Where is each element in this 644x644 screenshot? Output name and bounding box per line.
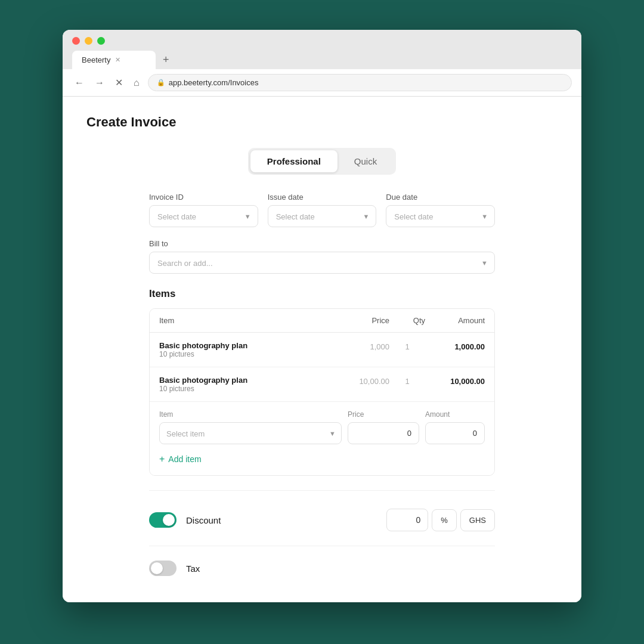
tab-professional[interactable]: Professional	[250, 150, 338, 172]
discount-currency-button[interactable]: GHS	[460, 509, 495, 531]
col-qty-header: Qty	[389, 316, 425, 325]
add-price-col-label: Price	[348, 410, 419, 419]
invoice-id-label: Invoice ID	[149, 193, 258, 202]
item-desc-1: 10 pictures	[159, 350, 318, 358]
lock-icon: 🔒	[157, 79, 165, 86]
table-header: Item Price Qty Amount	[150, 309, 494, 333]
tab-switcher: Professional Quick	[248, 148, 396, 175]
invoice-id-select-wrapper: ▼ Select date	[149, 205, 258, 227]
bill-to-label: Bill to	[149, 239, 495, 248]
add-item-select[interactable]	[159, 422, 342, 444]
issue-date-group: Issue date ▼ Select date	[268, 193, 377, 227]
col-price-header: Price	[318, 316, 389, 325]
forward-button[interactable]: →	[92, 75, 107, 91]
add-item-button-label: Add item	[168, 454, 201, 464]
page-content: Create Invoice Professional Quick Invoic…	[63, 97, 581, 602]
item-details-1: Basic photography plan 10 pictures	[159, 341, 318, 358]
item-amount-2: 10,000.00	[425, 376, 485, 393]
bill-to-select[interactable]	[149, 252, 495, 274]
plus-icon: +	[159, 454, 165, 465]
browser-tab[interactable]: Beeterty ✕	[72, 51, 156, 69]
tax-toggle-knob	[151, 562, 163, 574]
item-name-2: Basic photography plan	[159, 376, 318, 385]
invoice-id-group: Invoice ID ▼ Select date	[149, 193, 258, 227]
url-text: app.beeterty.com/Invoices	[169, 78, 259, 87]
discount-toggle-knob	[163, 514, 175, 526]
minimize-dot[interactable]	[85, 37, 92, 45]
divider-1	[149, 490, 495, 491]
col-item-header: Item	[159, 316, 318, 325]
bill-to-section: Bill to ▼ Search or add...	[149, 239, 495, 274]
add-amount-input[interactable]	[425, 422, 485, 444]
tax-label: Tax	[186, 564, 200, 574]
add-item-row: Item Price Amount ▼ Select item	[150, 402, 494, 475]
invoice-form: Professional Quick Invoice ID ▼ Select d…	[149, 148, 495, 576]
due-date-label: Due date	[386, 193, 495, 202]
due-date-select[interactable]	[386, 205, 495, 227]
add-item-button[interactable]: + Add item	[159, 451, 202, 467]
add-amount-col-label: Amount	[425, 410, 485, 419]
item-price-2: 10,00.00	[318, 376, 389, 393]
discount-inputs: % GHS	[386, 509, 495, 531]
due-date-select-wrapper: ▼ Select date	[386, 205, 495, 227]
discount-percent-button[interactable]: %	[432, 509, 457, 531]
tab-close-button[interactable]: ✕	[115, 56, 120, 64]
table-row: Basic photography plan 10 pictures 10,00…	[150, 367, 494, 402]
invoice-id-select[interactable]	[149, 205, 258, 227]
item-price-1: 1,000	[318, 341, 389, 358]
table-row: Basic photography plan 10 pictures 1,000…	[150, 333, 494, 367]
back-button[interactable]: ←	[72, 75, 86, 91]
item-details-2: Basic photography plan 10 pictures	[159, 376, 318, 393]
date-fields-row: Invoice ID ▼ Select date Issue date	[149, 193, 495, 227]
close-button[interactable]: ✕	[113, 75, 125, 91]
issue-date-label: Issue date	[268, 193, 377, 202]
issue-date-select[interactable]	[268, 205, 377, 227]
item-amount-1: 1,000.00	[425, 341, 485, 358]
maximize-dot[interactable]	[97, 37, 105, 45]
col-amount-header: Amount	[425, 316, 485, 325]
issue-date-select-wrapper: ▼ Select date	[268, 205, 377, 227]
item-qty-1: 1	[389, 341, 425, 358]
add-item-labels: Item Price Amount	[159, 410, 485, 419]
add-item-inputs: ▼ Select item	[159, 422, 485, 444]
tab-title: Beeterty	[82, 55, 110, 64]
tab-quick[interactable]: Quick	[338, 150, 394, 172]
items-table: Item Price Qty Amount Basic photography …	[149, 308, 495, 476]
discount-toggle[interactable]	[149, 512, 177, 528]
tax-toggle[interactable]	[149, 561, 177, 576]
item-desc-2: 10 pictures	[159, 385, 318, 393]
address-bar[interactable]: 🔒 app.beeterty.com/Invoices	[148, 74, 572, 91]
browser-toolbar: ← → ✕ ⌂ 🔒 app.beeterty.com/Invoices	[63, 69, 581, 97]
items-section: Items Item Price Qty Amount Basic photog…	[149, 288, 495, 476]
tax-section: Tax	[149, 561, 495, 576]
add-item-col-label: Item	[159, 410, 342, 419]
discount-label: Discount	[186, 515, 221, 525]
bill-to-select-wrapper: ▼ Search or add...	[149, 252, 495, 274]
divider-2	[149, 546, 495, 546]
close-dot[interactable]	[72, 37, 80, 45]
add-price-input[interactable]	[348, 422, 419, 444]
home-button[interactable]: ⌂	[131, 75, 142, 91]
add-item-select-wrapper: ▼ Select item	[159, 422, 342, 444]
page-title: Create Invoice	[86, 114, 558, 130]
items-title: Items	[149, 288, 495, 300]
due-date-group: Due date ▼ Select date	[386, 193, 495, 227]
item-name-1: Basic photography plan	[159, 341, 318, 350]
discount-section: Discount % GHS	[149, 509, 495, 531]
item-qty-2: 1	[389, 376, 425, 393]
discount-value-input[interactable]	[386, 509, 428, 531]
new-tab-button[interactable]: +	[158, 51, 174, 69]
